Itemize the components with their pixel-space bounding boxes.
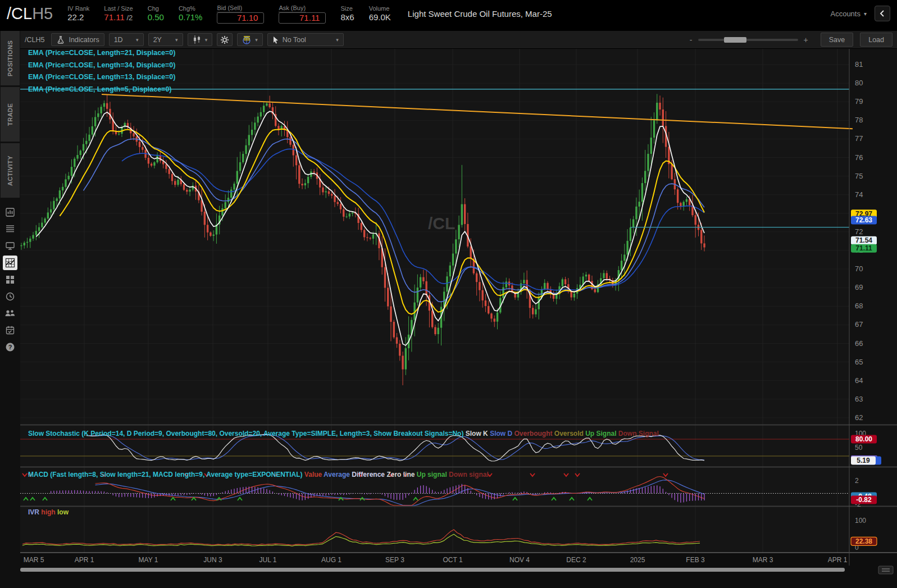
svg-text:70: 70 <box>855 265 863 273</box>
bid-button[interactable]: 71.10 <box>217 12 264 24</box>
chevron-down-icon: ▾ <box>136 37 139 43</box>
svg-text:?: ? <box>8 344 12 350</box>
sidebar-tab-trade[interactable]: TRADE <box>1 87 20 142</box>
chevron-down-icon: ▾ <box>864 11 867 17</box>
sidebar-item-charts[interactable] <box>3 256 17 270</box>
chevron-left-icon <box>880 10 885 17</box>
sidebar-tab-positions[interactable]: POSITIONS <box>1 31 20 85</box>
svg-text:72.63: 72.63 <box>855 216 872 224</box>
svg-text:2025: 2025 <box>630 556 645 564</box>
sidebar-item-news[interactable] <box>3 205 17 220</box>
trading-platform-window: /CLH5 IV Rank 22.2 Last / Size 71.11 /2 … <box>0 0 897 588</box>
svg-text:2: 2 <box>855 477 859 485</box>
svg-text:Slow Stochastic (K Period=14,: Slow Stochastic (K Period=14, D Period=9… <box>28 430 659 437</box>
svg-text:APR 1: APR 1 <box>75 556 94 564</box>
ladder-icon <box>5 224 15 234</box>
drawing-tools-icon <box>242 35 252 44</box>
macd-legend: MACD (Fast length=8, Slow length=21, MAC… <box>28 471 489 478</box>
indicators-button[interactable]: Indicators <box>51 33 104 46</box>
save-button[interactable]: Save <box>821 33 854 47</box>
svg-text:65: 65 <box>855 358 863 366</box>
sidebar-item-active-trader[interactable] <box>3 222 17 236</box>
range-dropdown[interactable]: 2Y ▾ <box>148 33 183 46</box>
svg-text:68: 68 <box>855 302 863 310</box>
contract-description: Light Sweet Crude Oil Futures, Mar-25 <box>408 9 552 19</box>
history-clock-icon <box>5 291 15 302</box>
ivr-legend: IVR high low <box>28 508 69 516</box>
svg-text:OCT 1: OCT 1 <box>443 556 462 564</box>
svg-text:AUG 1: AUG 1 <box>321 556 342 564</box>
zoom-slider-thumb[interactable] <box>724 37 746 43</box>
svg-text:62: 62 <box>855 413 863 422</box>
chart-corner-button[interactable] <box>878 566 893 574</box>
svg-text:78: 78 <box>855 116 863 124</box>
svg-text:75: 75 <box>855 172 863 180</box>
svg-text:81: 81 <box>855 60 863 69</box>
field-iv-rank: IV Rank 22.2 <box>67 4 89 22</box>
active-tool-dropdown[interactable]: No Tool ▾ <box>267 33 344 46</box>
sidebar-item-help[interactable]: ? <box>3 340 17 354</box>
svg-text:5.19: 5.19 <box>857 457 870 464</box>
svg-text:64: 64 <box>855 376 863 385</box>
sidebar-item-community[interactable] <box>3 306 17 321</box>
svg-text:EMA (Price=CLOSE, Length=13, D: EMA (Price=CLOSE, Length=13, Displace=0) <box>28 73 175 81</box>
chart-toolbar: /CLH5 Indicators 1D ▾ 2Y ▾ ▾ <box>20 31 897 48</box>
symbol-title: /CLH5 <box>7 4 53 23</box>
chevron-down-icon: ▾ <box>205 37 208 43</box>
chart-settings-button[interactable] <box>217 33 233 46</box>
sidebar-item-grid[interactable] <box>3 272 17 287</box>
svg-text:22.38: 22.38 <box>855 537 872 545</box>
svg-text:IVR high low: IVR high low <box>28 508 69 516</box>
sidebar-tab-activity[interactable]: ACTIVITY <box>1 143 20 198</box>
svg-text:71.54: 71.54 <box>855 236 872 244</box>
field-volume: Volume 69.0K <box>369 4 391 22</box>
timeframe-dropdown[interactable]: 1D ▾ <box>109 33 144 46</box>
zoom-out-button[interactable]: - <box>690 35 693 44</box>
field-size: Size 8x6 <box>340 4 354 22</box>
sidebar-item-monitor[interactable] <box>3 239 17 253</box>
svg-text:MAR 3: MAR 3 <box>753 556 773 564</box>
cursor-icon <box>272 36 279 44</box>
flask-icon <box>56 35 65 44</box>
svg-text:100: 100 <box>855 517 866 525</box>
field-bid: Bid (Sell) 71.10 <box>217 4 264 24</box>
svg-text:50: 50 <box>855 444 863 452</box>
chart-canvas[interactable]: /CLEMA (Price=CLOSE, Length=21, Displace… <box>20 49 897 588</box>
field-last-size: Last / Size 71.11 /2 <box>104 4 133 23</box>
field-ask: Ask (Buy) 71.11 <box>279 4 326 24</box>
drawing-tools-dropdown[interactable]: ▾ <box>237 33 263 46</box>
svg-text:69: 69 <box>855 283 863 291</box>
svg-text:SEP 3: SEP 3 <box>385 556 404 564</box>
chevron-down-icon: ▾ <box>255 37 258 43</box>
load-button[interactable]: Load <box>860 33 893 47</box>
svg-text:MAY 1: MAY 1 <box>139 556 158 564</box>
collapse-panel-button[interactable] <box>875 6 890 21</box>
svg-text:76: 76 <box>855 153 863 162</box>
svg-text:66: 66 <box>855 339 863 348</box>
svg-text:MACD (Fast length=8, Slow leng: MACD (Fast length=8, Slow length=21, MAC… <box>28 471 489 478</box>
chart-type-dropdown[interactable]: ▾ <box>188 33 213 46</box>
toolbar-symbol-label: /CLH5 <box>25 36 44 44</box>
zoom-slider[interactable] <box>698 39 798 41</box>
svg-text:72: 72 <box>855 227 863 236</box>
svg-text:-0.82: -0.82 <box>856 496 872 504</box>
calendar-icon <box>5 325 15 335</box>
candlestick-chart-icon <box>193 35 202 44</box>
field-chg: Chg 0.50 <box>148 4 164 22</box>
svg-text:NOV 4: NOV 4 <box>509 556 530 564</box>
community-icon <box>4 308 16 318</box>
svg-text:/CL: /CL <box>428 214 455 233</box>
svg-text:63: 63 <box>855 395 863 403</box>
symbol-month-code: H5 <box>32 4 53 22</box>
symbol-watermark: /CL <box>428 214 455 233</box>
svg-text:71.11: 71.11 <box>855 244 872 252</box>
zoom-in-button[interactable]: + <box>804 35 808 44</box>
chart-active-icon <box>5 258 15 268</box>
ask-button[interactable]: 71.11 <box>279 12 326 24</box>
svg-text:80.00: 80.00 <box>855 435 872 443</box>
accounts-dropdown[interactable]: Accounts ▾ <box>830 10 867 18</box>
chart-scrollbar-thumb[interactable] <box>20 568 845 572</box>
sidebar-item-history[interactable] <box>3 289 17 304</box>
sidebar-item-calendar[interactable] <box>3 323 17 338</box>
help-icon: ? <box>5 342 15 352</box>
